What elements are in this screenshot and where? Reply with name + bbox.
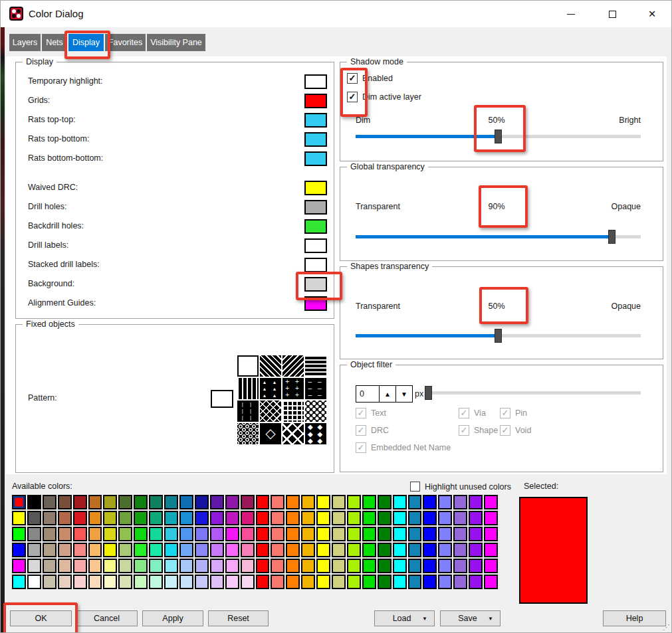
spinner-up-button[interactable]: ▲ bbox=[380, 385, 396, 403]
via-filter-checkbox[interactable]: ✓Via bbox=[459, 408, 486, 418]
color-cell[interactable] bbox=[332, 511, 346, 525]
color-cell[interactable] bbox=[241, 559, 255, 573]
color-cell[interactable] bbox=[469, 575, 483, 589]
text-filter-checkbox[interactable]: ✓Text bbox=[356, 408, 386, 418]
color-cell[interactable] bbox=[58, 575, 72, 589]
color-cell[interactable] bbox=[423, 575, 437, 589]
color-cell[interactable] bbox=[43, 495, 56, 509]
color-cell[interactable] bbox=[453, 527, 467, 541]
color-cell[interactable] bbox=[12, 495, 26, 509]
color-cell[interactable] bbox=[316, 511, 330, 525]
color-cell[interactable] bbox=[149, 575, 163, 589]
color-cell[interactable] bbox=[271, 527, 284, 541]
pattern-option[interactable] bbox=[305, 401, 326, 422]
color-cell[interactable] bbox=[225, 559, 239, 573]
color-cell[interactable] bbox=[195, 543, 209, 557]
color-cell[interactable] bbox=[438, 495, 452, 509]
color-cell[interactable] bbox=[88, 495, 102, 509]
color-cell[interactable] bbox=[134, 575, 148, 589]
color-cell[interactable] bbox=[73, 527, 87, 541]
color-cell[interactable] bbox=[73, 511, 87, 525]
color-cell[interactable] bbox=[210, 559, 224, 573]
tab-visibility-pane[interactable]: Visibility Pane bbox=[147, 34, 205, 51]
highlight-unused-colors-checkbox[interactable]: ✓ Highlight unused colors bbox=[410, 482, 511, 492]
pattern-option[interactable] bbox=[237, 355, 259, 377]
color-cell[interactable] bbox=[103, 495, 117, 509]
color-cell[interactable] bbox=[271, 559, 284, 573]
save-button[interactable]: Save ▼ bbox=[440, 610, 501, 626]
color-cell[interactable] bbox=[27, 559, 41, 573]
slider-handle[interactable] bbox=[608, 230, 616, 244]
color-cell[interactable] bbox=[164, 527, 178, 541]
color-cell[interactable] bbox=[58, 527, 72, 541]
color-cell[interactable] bbox=[27, 511, 41, 525]
color-cell[interactable] bbox=[256, 511, 270, 525]
color-cell[interactable] bbox=[408, 543, 422, 557]
pattern-option[interactable]: | | | | | | bbox=[237, 401, 259, 422]
color-cell[interactable] bbox=[43, 511, 56, 525]
slider-handle[interactable] bbox=[495, 130, 502, 143]
color-cell[interactable] bbox=[73, 543, 87, 557]
color-cell[interactable] bbox=[241, 527, 255, 541]
color-cell[interactable] bbox=[58, 543, 72, 557]
color-cell[interactable] bbox=[423, 543, 437, 557]
color-cell[interactable] bbox=[12, 527, 26, 541]
color-cell[interactable] bbox=[347, 511, 361, 525]
enabled-checkbox[interactable]: ✓ Enabled bbox=[347, 73, 393, 84]
pattern-option[interactable]: ◇ bbox=[260, 423, 281, 444]
color-cell[interactable] bbox=[347, 559, 361, 573]
color-cell[interactable] bbox=[378, 575, 392, 589]
color-cell[interactable] bbox=[134, 527, 148, 541]
color-cell[interactable] bbox=[378, 527, 392, 541]
help-button[interactable]: Help bbox=[603, 610, 666, 626]
color-cell[interactable] bbox=[393, 575, 407, 589]
pattern-option[interactable] bbox=[282, 423, 304, 444]
color-cell[interactable] bbox=[408, 559, 422, 573]
color-cell[interactable] bbox=[347, 543, 361, 557]
color-cell[interactable] bbox=[286, 511, 300, 525]
color-cell[interactable] bbox=[393, 511, 407, 525]
color-swatch-alignment-guides[interactable] bbox=[304, 296, 327, 311]
color-cell[interactable] bbox=[210, 543, 224, 557]
void-filter-checkbox[interactable]: ✓Void bbox=[500, 425, 531, 436]
color-cell[interactable] bbox=[271, 543, 284, 557]
color-cell[interactable] bbox=[286, 527, 300, 541]
color-cell[interactable] bbox=[225, 527, 239, 541]
color-cell[interactable] bbox=[149, 559, 163, 573]
color-cell[interactable] bbox=[453, 559, 467, 573]
tab-layers[interactable]: Layers bbox=[9, 34, 41, 51]
color-cell[interactable] bbox=[362, 495, 376, 509]
pattern-option[interactable] bbox=[260, 401, 281, 422]
color-cell[interactable] bbox=[256, 575, 270, 589]
color-cell[interactable] bbox=[301, 495, 315, 509]
color-cell[interactable] bbox=[408, 495, 422, 509]
color-cell[interactable] bbox=[469, 495, 483, 509]
color-cell[interactable] bbox=[73, 575, 87, 589]
color-cell[interactable] bbox=[438, 543, 452, 557]
color-cell[interactable] bbox=[286, 495, 300, 509]
color-cell[interactable] bbox=[438, 527, 452, 541]
color-cell[interactable] bbox=[469, 527, 483, 541]
color-cell[interactable] bbox=[301, 511, 315, 525]
color-cell[interactable] bbox=[27, 527, 41, 541]
minimize-button[interactable] bbox=[556, 1, 586, 27]
color-cell[interactable] bbox=[179, 543, 193, 557]
color-cell[interactable] bbox=[103, 527, 117, 541]
color-cell[interactable] bbox=[118, 575, 132, 589]
color-cell[interactable] bbox=[210, 527, 224, 541]
resize-grip[interactable]: ⋰ bbox=[663, 623, 670, 632]
color-cell[interactable] bbox=[316, 575, 330, 589]
color-swatch-stacked-drill-labels[interactable] bbox=[304, 258, 327, 272]
color-cell[interactable] bbox=[58, 511, 72, 525]
pattern-option[interactable] bbox=[237, 423, 259, 444]
color-cell[interactable] bbox=[438, 511, 452, 525]
color-cell[interactable] bbox=[378, 543, 392, 557]
shapes-transparency-slider[interactable] bbox=[356, 328, 641, 344]
color-cell[interactable] bbox=[88, 543, 102, 557]
color-cell[interactable] bbox=[195, 495, 209, 509]
color-cell[interactable] bbox=[332, 559, 346, 573]
color-cell[interactable] bbox=[27, 575, 41, 589]
color-swatch-background[interactable] bbox=[304, 277, 327, 292]
color-cell[interactable] bbox=[378, 511, 392, 525]
color-cell[interactable] bbox=[179, 527, 193, 541]
